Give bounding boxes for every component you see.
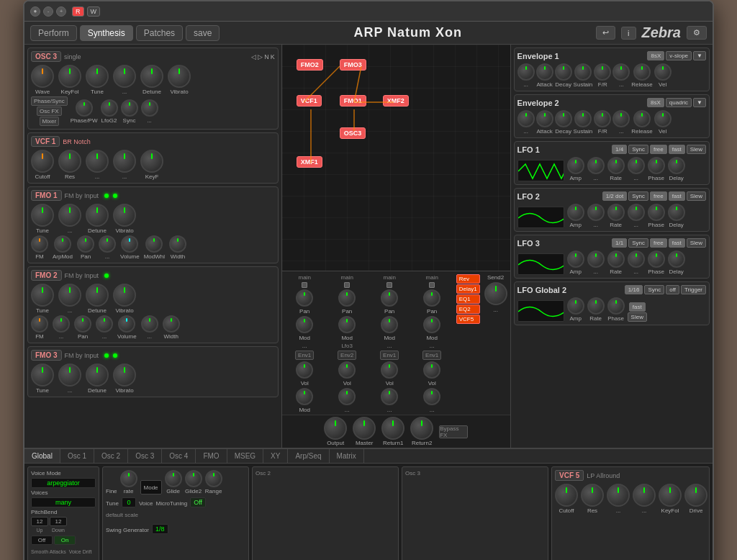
env1-dot2-knob[interactable]	[612, 63, 630, 81]
env2-dot-knob[interactable]	[517, 110, 535, 127]
fmo1-detune-knob[interactable]	[86, 204, 109, 227]
env2-sustain-knob[interactable]	[574, 110, 592, 127]
fx-vcf5-btn[interactable]: VCF5	[456, 315, 480, 324]
fmo2-dot1-knob[interactable]	[53, 315, 70, 333]
env1-decay-knob[interactable]	[555, 63, 572, 81]
env1-fr-knob[interactable]	[594, 63, 611, 81]
osc3-lfog2-knob[interactable]	[101, 99, 118, 117]
ch1-pan-knob[interactable]	[296, 289, 313, 307]
fmo2-width-knob[interactable]	[163, 315, 180, 333]
lfo3-phase-knob[interactable]	[648, 250, 665, 268]
fx-eq2-btn[interactable]: EQ2	[456, 304, 480, 314]
ch1-mod-knob[interactable]	[296, 316, 313, 333]
output-knob[interactable]	[324, 417, 347, 440]
pb-down-value[interactable]: 12	[50, 517, 67, 526]
lfo1-rate-knob[interactable]	[607, 157, 625, 174]
vcf5-dot2-knob[interactable]	[633, 484, 656, 507]
env2-release-knob[interactable]	[633, 110, 651, 127]
lfo1-rate-btn[interactable]: 1/4	[612, 145, 627, 154]
ch1-env1-btn[interactable]: Env1	[295, 351, 314, 360]
return2-knob[interactable]	[410, 417, 433, 440]
lfog2-rate-btn[interactable]: 1/16	[625, 285, 643, 294]
fmo1-modwhl-knob[interactable]	[145, 235, 163, 253]
env1-8sx-btn[interactable]: 8sX	[647, 51, 664, 60]
lfo3-amp-knob[interactable]	[567, 250, 584, 268]
osc-fx-btn[interactable]: Osc FX	[37, 107, 62, 116]
vcf1-dot2-knob[interactable]	[113, 150, 136, 173]
lfo3-delay-knob[interactable]	[668, 250, 685, 268]
tab-osc3[interactable]: Osc 3	[128, 449, 162, 463]
glide2-knob[interactable]	[185, 470, 202, 487]
ch2-pan-knob[interactable]	[338, 289, 356, 307]
mixer-btn-osc3[interactable]: Mixer	[40, 117, 60, 126]
ch2-mod2-knob[interactable]	[338, 388, 356, 405]
lfo2-dot2-knob[interactable]	[628, 204, 645, 221]
lfo3-slew-btn[interactable]: Slew	[687, 238, 706, 248]
off-btn[interactable]: Off	[31, 536, 53, 545]
lfo3-fast-btn[interactable]: fast	[669, 238, 685, 248]
ch3-vol-knob[interactable]	[381, 361, 398, 379]
lfo1-dot-knob[interactable]	[587, 157, 605, 174]
tab-osc1[interactable]: Osc 1	[60, 449, 94, 463]
fmo1-tune-knob[interactable]	[31, 204, 54, 227]
ch4-pan-knob[interactable]	[423, 289, 440, 307]
phase-sync-btn[interactable]: Phase/Sync	[31, 96, 68, 106]
lfo1-sync-btn[interactable]: Sync	[628, 145, 648, 154]
osc3-phasepw-knob[interactable]	[76, 99, 93, 117]
lfo1-dot2-knob[interactable]	[628, 157, 645, 174]
fmo3-tune-knob[interactable]	[31, 363, 54, 387]
lfog2-sync-btn[interactable]: Sync	[644, 285, 664, 294]
lfo3-dot-knob[interactable]	[587, 250, 605, 268]
lfo2-dot-knob[interactable]	[587, 204, 605, 221]
send2-knob[interactable]	[484, 282, 507, 305]
tab-synthesis[interactable]: Synthesis	[80, 25, 133, 41]
patch-node-vcf1[interactable]: VCF1	[297, 95, 322, 107]
patch-node-xmf2[interactable]: XMF2	[383, 95, 409, 107]
tab-arpseq[interactable]: Arp/Seq	[288, 449, 329, 463]
lfog2-fast-btn[interactable]: fast	[629, 302, 646, 312]
lfo2-fast-btn[interactable]: fast	[669, 191, 685, 201]
lfog2-trigger-btn[interactable]: Trigger	[681, 285, 706, 294]
tab-perform[interactable]: Perform	[30, 25, 77, 41]
fmo1-vibrato-knob[interactable]	[113, 204, 136, 227]
env1-attack-knob[interactable]	[536, 63, 553, 81]
settings-icon[interactable]: ⚙	[687, 26, 707, 40]
close-icon[interactable]: ●	[30, 6, 40, 17]
fmo2-fm-knob[interactable]	[31, 315, 48, 333]
info-btn[interactable]: i	[621, 27, 636, 40]
osc3-nav-btn3[interactable]: N	[264, 53, 269, 60]
ch4-vol-knob[interactable]	[423, 361, 440, 379]
lfo2-rate-knob[interactable]	[607, 204, 625, 221]
env2-decay-knob[interactable]	[555, 110, 572, 127]
tab-matrix[interactable]: Matrix	[330, 449, 364, 463]
env2-dot2-knob[interactable]	[612, 110, 630, 127]
minimize-icon[interactable]: -	[43, 6, 53, 17]
ch3-mod-knob[interactable]	[381, 316, 398, 333]
env2-vel-knob[interactable]	[654, 110, 672, 127]
lfog2-slew-btn[interactable]: Slew	[628, 312, 647, 322]
fmo1-fm-knob[interactable]	[31, 235, 48, 253]
ch3-pan-knob[interactable]	[381, 289, 398, 307]
fx-eq1-btn[interactable]: EQ1	[456, 294, 480, 304]
fmo1-volume-knob[interactable]	[121, 235, 138, 253]
vcf5-drive-knob[interactable]	[684, 484, 707, 507]
fmo2-dot2-knob[interactable]	[96, 315, 113, 333]
vcf5-cutoff-knob[interactable]	[555, 484, 578, 507]
tab-fmo[interactable]: FMO	[196, 449, 227, 463]
env2-expand-btn[interactable]: ▼	[693, 98, 706, 107]
vcf1-keyf-knob[interactable]	[140, 150, 163, 173]
fmo2-vibrato-knob[interactable]	[113, 284, 136, 307]
record-btn[interactable]: R	[72, 6, 84, 17]
ch4-env1-btn[interactable]: Env1	[422, 351, 441, 360]
fmo3-detune-knob[interactable]	[86, 363, 109, 387]
lfo1-free-btn[interactable]: free	[650, 145, 667, 154]
osc3-wave-knob[interactable]	[31, 65, 54, 88]
fmo2-dot3-knob[interactable]	[141, 315, 158, 333]
osc3-sync-dot-knob[interactable]	[141, 99, 158, 117]
env1-expand-btn[interactable]: ▼	[693, 51, 706, 60]
maximize-icon[interactable]: +	[56, 6, 66, 17]
lfo3-free-btn[interactable]: free	[650, 238, 667, 248]
tab-save[interactable]: save	[186, 25, 220, 41]
fmo3-vibrato-knob[interactable]	[113, 363, 136, 387]
fmo1-dot-knob[interactable]	[58, 204, 81, 227]
